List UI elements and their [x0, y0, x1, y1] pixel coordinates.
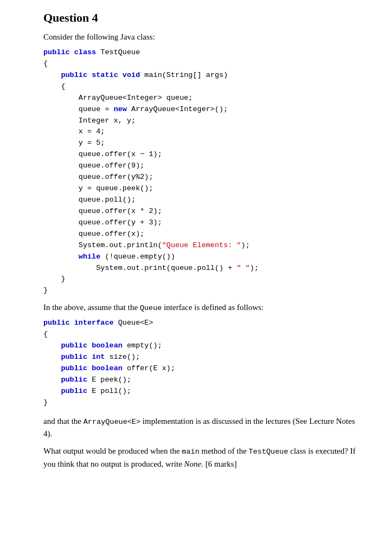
question-container: Question 4 Consider the following Java c… — [43, 11, 365, 470]
question-title: Question 4 — [43, 11, 365, 25]
code-block-testqueue: public class TestQueue { public static v… — [43, 47, 365, 296]
intro-text: Consider the following Java class: — [43, 33, 365, 42]
code-block-queue: public interface Queue<E> { public boole… — [43, 318, 365, 408]
bottom-text-1: and that the ArrayQueue<E> implementatio… — [43, 415, 365, 440]
mid-text: In the above, assume that the Queue inte… — [43, 303, 365, 312]
bottom-text-2: What output would be produced when the m… — [43, 445, 365, 470]
